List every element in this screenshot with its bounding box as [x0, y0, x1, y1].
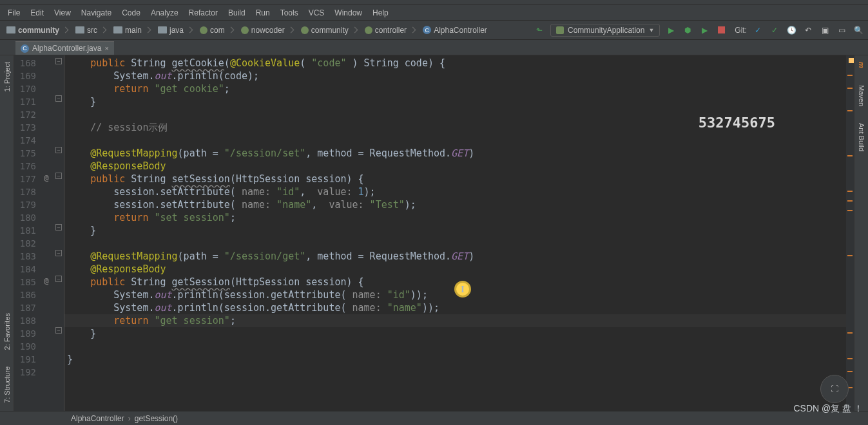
- gutter: 168 169 170 171 172 173 174 175 176 177 …: [14, 55, 64, 424]
- breadcrumb-class[interactable]: AlphaController: [71, 414, 124, 423]
- watermark: CSDN @复 盘 ！: [793, 403, 863, 415]
- code-editor[interactable]: public String getCookie(@CookieValue( "c…: [64, 55, 846, 424]
- package-icon: [365, 26, 372, 34]
- error-strip[interactable]: [847, 332, 853, 334]
- warning-marker[interactable]: [849, 58, 854, 63]
- fold-marker[interactable]: –: [55, 276, 62, 282]
- error-strip[interactable]: [847, 191, 853, 192]
- chevron-down-icon: ▼: [648, 27, 654, 33]
- nav-right: ⬑ CommunityApplication ▼ ▶ ⬢ ▶ Git: ✓ ✓ …: [534, 24, 864, 37]
- class-icon: C: [21, 44, 29, 53]
- fold-marker[interactable]: –: [55, 224, 62, 231]
- history-button[interactable]: 🕓: [786, 24, 797, 36]
- fold-marker[interactable]: –: [55, 58, 62, 64]
- scrollbar[interactable]: [846, 55, 854, 424]
- menu-refactor[interactable]: Refactor: [184, 7, 223, 19]
- titlebar: [0, 0, 868, 5]
- tool-maven-label[interactable]: Maven: [856, 82, 867, 109]
- breadcrumb-method[interactable]: getSession(): [135, 414, 178, 423]
- package-icon: [301, 26, 309, 34]
- build-icon[interactable]: ⬑: [534, 24, 545, 36]
- editor-tabs: C AlphaController.java ×: [0, 40, 868, 55]
- menu-tools[interactable]: Tools: [275, 7, 304, 19]
- terminal-button[interactable]: ▭: [836, 24, 847, 36]
- fold-marker[interactable]: –: [55, 250, 62, 256]
- menu-vcs[interactable]: VCS: [304, 7, 330, 19]
- override-icon[interactable]: @: [44, 276, 49, 285]
- sidebar-left: 1: Project 2: Favorites 7: Structure: [0, 55, 14, 424]
- tool-maven[interactable]: m: [856, 59, 867, 71]
- crumb-project[interactable]: community: [4, 24, 73, 36]
- package-icon: [241, 26, 249, 34]
- main: 1: Project 2: Favorites 7: Structure 168…: [0, 55, 868, 424]
- menu-code[interactable]: Code: [117, 7, 146, 19]
- git-commit-button[interactable]: ✓: [769, 24, 780, 36]
- fold-marker[interactable]: –: [55, 147, 62, 153]
- git-update-button[interactable]: ✓: [752, 24, 764, 36]
- breadcrumbs: community src main java com nowcoder com…: [4, 24, 534, 36]
- crumb-controller[interactable]: controller: [362, 24, 420, 36]
- rollback-button[interactable]: ↶: [802, 24, 814, 36]
- folder-icon: [113, 26, 122, 33]
- search-button[interactable]: 🔍: [853, 24, 864, 36]
- presentation-assistant-icon[interactable]: ⛶: [820, 375, 849, 403]
- fold-marker[interactable]: –: [55, 173, 62, 179]
- crumb-java[interactable]: java: [155, 24, 197, 36]
- error-strip[interactable]: [847, 210, 853, 211]
- run-config-selector[interactable]: CommunityApplication ▼: [550, 24, 660, 37]
- crumb-class[interactable]: CAlphaController: [420, 24, 490, 36]
- fold-marker[interactable]: –: [55, 95, 62, 102]
- error-strip[interactable]: [847, 75, 853, 76]
- ide-settings-button[interactable]: ▣: [819, 24, 831, 36]
- error-strip[interactable]: [847, 88, 853, 89]
- menu-help[interactable]: Help: [367, 7, 394, 19]
- navbar: community src main java com nowcoder com…: [0, 21, 868, 40]
- tool-project[interactable]: 1: Project: [2, 59, 12, 94]
- menu-run[interactable]: Run: [251, 7, 275, 19]
- gutter-annotations: @ @: [41, 55, 54, 424]
- error-strip[interactable]: [847, 200, 853, 202]
- git-label: Git:: [735, 26, 747, 35]
- line-numbers: 168 169 170 171 172 173 174 175 176 177 …: [14, 55, 41, 424]
- crumb-src[interactable]: src: [73, 24, 111, 36]
- run-button[interactable]: ▶: [665, 24, 677, 36]
- menu-file[interactable]: File: [3, 7, 25, 19]
- menu-build[interactable]: Build: [223, 7, 251, 19]
- class-icon: C: [423, 26, 431, 34]
- tool-ant[interactable]: Ant Build: [856, 120, 867, 154]
- tab-alphacontroller[interactable]: C AlphaController.java ×: [15, 41, 114, 55]
- crumb-com[interactable]: com: [197, 24, 238, 36]
- overlay-number: 532745675: [699, 117, 775, 129]
- menu-view[interactable]: View: [49, 7, 76, 19]
- close-icon[interactable]: ×: [104, 44, 108, 52]
- override-icon[interactable]: @: [44, 173, 49, 182]
- error-strip[interactable]: [847, 358, 853, 359]
- tool-favorites[interactable]: 2: Favorites: [2, 310, 12, 352]
- folder-icon: [158, 26, 167, 33]
- cursor-highlight-icon: I: [454, 281, 471, 298]
- package-icon: [200, 26, 207, 34]
- gutter-fold: – – – – – – – –: [54, 55, 64, 424]
- statusbar: AlphaController › getSession(): [0, 411, 868, 425]
- folder-icon: [6, 26, 15, 33]
- menu-window[interactable]: Window: [329, 7, 367, 19]
- error-strip[interactable]: [847, 110, 853, 111]
- stop-button[interactable]: [715, 24, 727, 36]
- fold-marker[interactable]: –: [55, 327, 62, 334]
- crumb-main[interactable]: main: [111, 24, 155, 36]
- spring-icon: [556, 26, 564, 34]
- menu-navigate[interactable]: Navigate: [76, 7, 117, 19]
- error-strip[interactable]: [847, 255, 853, 256]
- menu-analyze[interactable]: Analyze: [146, 7, 184, 19]
- error-strip[interactable]: [847, 155, 853, 156]
- menu-edit[interactable]: Edit: [25, 7, 49, 19]
- crumb-nowcoder[interactable]: nowcoder: [238, 24, 298, 36]
- menubar: File Edit View Navigate Code Analyze Ref…: [0, 5, 868, 21]
- error-strip[interactable]: [847, 371, 853, 372]
- chevron-right-icon: ›: [128, 414, 131, 423]
- tool-structure[interactable]: 7: Structure: [2, 364, 12, 406]
- debug-button[interactable]: ⬢: [682, 24, 693, 36]
- coverage-button[interactable]: ▶: [699, 24, 710, 36]
- sidebar-right: m Maven Ant Build: [854, 55, 868, 424]
- crumb-community[interactable]: community: [298, 24, 362, 36]
